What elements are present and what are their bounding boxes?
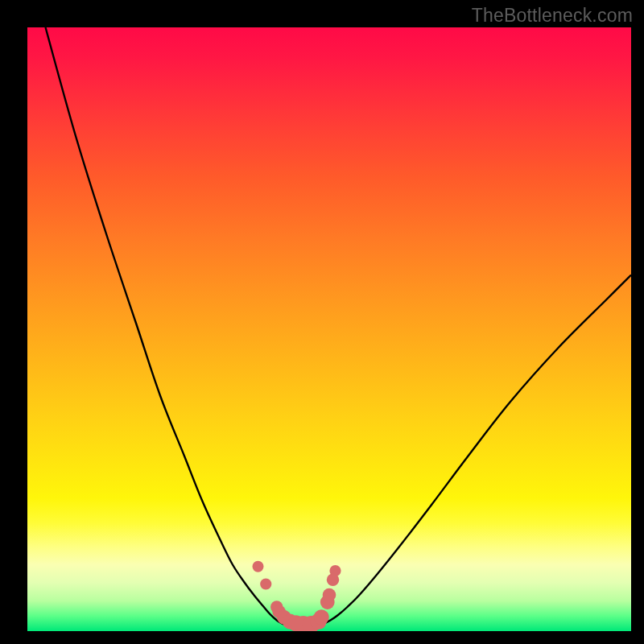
valley-marker [260, 578, 271, 589]
valley-marker [314, 609, 329, 625]
chart-svg [27, 27, 631, 631]
bottleneck-curve [46, 27, 632, 625]
curve-left [46, 27, 287, 625]
valley-marker [253, 561, 264, 572]
valley-marker [329, 565, 341, 576]
valley-floor-markers [253, 561, 341, 631]
valley-marker [323, 588, 336, 602]
curve-right [317, 275, 631, 626]
chart-frame: TheBottleneck.com [0, 0, 644, 644]
watermark-text: TheBottleneck.com [472, 5, 633, 27]
plot-area [27, 27, 631, 631]
